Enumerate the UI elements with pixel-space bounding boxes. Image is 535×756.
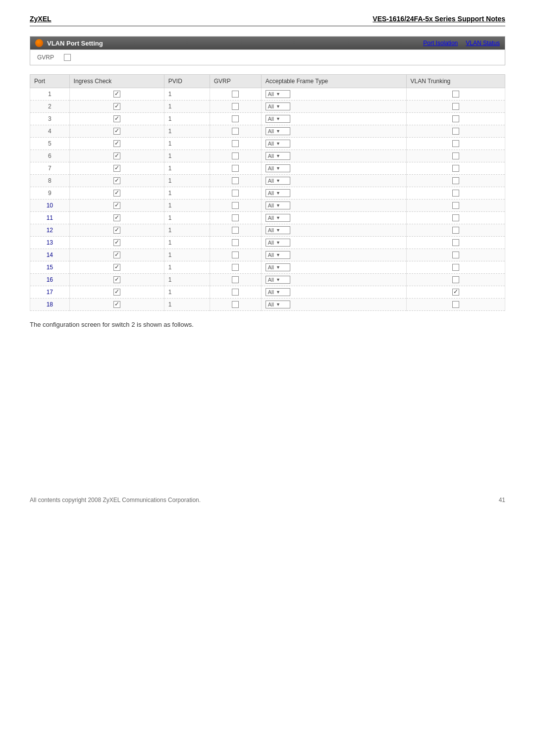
gvrp-row-checkbox[interactable] (232, 103, 239, 110)
ingress-checkbox[interactable] (113, 91, 120, 98)
ingress-checkbox[interactable] (113, 276, 120, 283)
aft-select[interactable]: All▼ (266, 90, 290, 98)
ingress-checkbox[interactable] (113, 140, 120, 147)
ingress-checkbox[interactable] (113, 227, 120, 234)
cell-ingress-check (69, 187, 164, 200)
cell-port: 17 (30, 286, 70, 299)
aft-select[interactable]: All▼ (266, 115, 290, 123)
aft-select[interactable]: All▼ (266, 177, 290, 185)
cell-vlan-trunking (406, 299, 505, 311)
trunking-checkbox[interactable] (452, 115, 459, 122)
trunking-checkbox[interactable] (452, 152, 459, 159)
trunking-checkbox[interactable] (452, 276, 459, 283)
ingress-checkbox[interactable] (113, 115, 120, 122)
ingress-checkbox[interactable] (113, 202, 120, 209)
aft-select[interactable]: All▼ (266, 301, 290, 308)
gvrp-row-checkbox[interactable] (232, 301, 239, 308)
trunking-checkbox[interactable] (452, 177, 459, 184)
ingress-checkbox[interactable] (113, 289, 120, 296)
port-isolation-link[interactable]: Port Isolation (423, 40, 458, 47)
gvrp-row-checkbox[interactable] (232, 239, 239, 246)
ingress-checkbox[interactable] (113, 177, 120, 184)
gvrp-row-checkbox[interactable] (232, 128, 239, 135)
aft-select[interactable]: All▼ (266, 202, 290, 209)
gvrp-checkbox[interactable] (64, 54, 71, 61)
gvrp-row-checkbox[interactable] (232, 152, 239, 159)
trunking-checkbox[interactable] (452, 140, 459, 147)
vlan-port-setting-panel: VLAN Port Setting Port Isolation VLAN St… (30, 36, 505, 65)
ingress-checkbox[interactable] (113, 165, 120, 172)
page-header: ZyXEL VES-1616/24FA-5x Series Support No… (30, 15, 505, 26)
aft-select[interactable]: All▼ (266, 251, 290, 259)
aft-select[interactable]: All▼ (266, 263, 290, 271)
trunking-checkbox[interactable] (452, 91, 459, 98)
aft-select[interactable]: All▼ (266, 102, 290, 110)
gvrp-row-checkbox[interactable] (232, 115, 239, 122)
cell-gvrp (210, 224, 261, 237)
aft-select[interactable]: All▼ (266, 152, 290, 160)
ingress-checkbox[interactable] (113, 103, 120, 110)
gvrp-row-checkbox[interactable] (232, 264, 239, 271)
aft-select[interactable]: All▼ (266, 127, 290, 135)
cell-vlan-trunking (406, 274, 505, 286)
table-row: 171All▼ (30, 286, 505, 299)
cell-pvid: 1 (164, 101, 210, 113)
trunking-checkbox[interactable] (452, 301, 459, 308)
cell-vlan-trunking (406, 175, 505, 187)
panel-body: GVRP (30, 50, 505, 65)
trunking-checkbox[interactable] (452, 239, 459, 246)
cell-port: 18 (30, 299, 70, 311)
brand-logo: ZyXEL (30, 15, 52, 23)
gvrp-row-checkbox[interactable] (232, 252, 239, 258)
gvrp-row-checkbox[interactable] (232, 140, 239, 147)
gvrp-row-checkbox[interactable] (232, 276, 239, 283)
ingress-checkbox[interactable] (113, 239, 120, 246)
aft-select[interactable]: All▼ (266, 239, 290, 247)
ingress-checkbox[interactable] (113, 264, 120, 271)
trunking-checkbox[interactable] (452, 289, 459, 296)
gvrp-row-checkbox[interactable] (232, 227, 239, 234)
gvrp-row-checkbox[interactable] (232, 289, 239, 296)
cell-ingress-check (69, 88, 164, 101)
ingress-checkbox[interactable] (113, 128, 120, 135)
gvrp-row-checkbox[interactable] (232, 214, 239, 221)
trunking-checkbox[interactable] (452, 190, 459, 197)
ingress-checkbox[interactable] (113, 252, 120, 258)
aft-select[interactable]: All▼ (266, 288, 290, 296)
trunking-checkbox[interactable] (452, 202, 459, 209)
trunking-checkbox[interactable] (452, 214, 459, 221)
table-row: 141All▼ (30, 249, 505, 261)
trunking-checkbox[interactable] (452, 128, 459, 135)
cell-aft: All▼ (261, 187, 406, 200)
trunking-checkbox[interactable] (452, 252, 459, 258)
aft-select[interactable]: All▼ (266, 140, 290, 148)
gvrp-row-checkbox[interactable] (232, 165, 239, 172)
ingress-checkbox[interactable] (113, 190, 120, 197)
aft-select[interactable]: All▼ (266, 226, 290, 234)
trunking-checkbox[interactable] (452, 264, 459, 271)
aft-select[interactable]: All▼ (266, 189, 290, 197)
trunking-checkbox[interactable] (452, 103, 459, 110)
ingress-checkbox[interactable] (113, 214, 120, 221)
trunking-checkbox[interactable] (452, 227, 459, 234)
table-row: 51All▼ (30, 138, 505, 150)
cell-ingress-check (69, 274, 164, 286)
document-title: VES-1616/24FA-5x Series Support Notes (373, 15, 505, 23)
gvrp-row-checkbox[interactable] (232, 91, 239, 98)
cell-ingress-check (69, 286, 164, 299)
gvrp-row-checkbox[interactable] (232, 190, 239, 197)
cell-aft: All▼ (261, 299, 406, 311)
vlan-status-link[interactable]: VLAN Status (466, 40, 500, 47)
chevron-down-icon: ▼ (276, 240, 280, 245)
aft-select[interactable]: All▼ (266, 276, 290, 284)
aft-select[interactable]: All▼ (266, 164, 290, 172)
ingress-checkbox[interactable] (113, 152, 120, 159)
cell-gvrp (210, 187, 261, 200)
aft-select[interactable]: All▼ (266, 214, 290, 222)
trunking-checkbox[interactable] (452, 165, 459, 172)
gvrp-row-checkbox[interactable] (232, 177, 239, 184)
ingress-checkbox[interactable] (113, 301, 120, 308)
cell-port: 8 (30, 175, 70, 187)
gvrp-row-checkbox[interactable] (232, 202, 239, 209)
cell-port: 6 (30, 150, 70, 162)
